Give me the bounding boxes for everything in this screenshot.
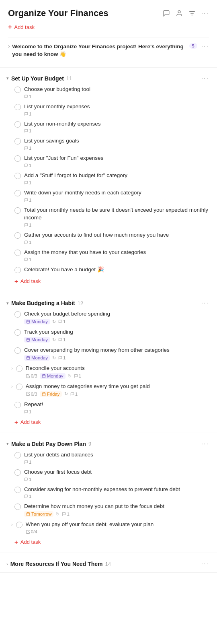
task-name: Gather your accounts to find out how muc… [24, 231, 209, 239]
section-more-icon[interactable]: ··· [201, 560, 209, 568]
task-meta: 1 [24, 146, 209, 151]
task-content: Gather your accounts to find out how muc… [24, 231, 209, 245]
task-content: List your non-monthly expenses 1 [24, 120, 209, 134]
task-item: Write down your monthly needs in each ca… [0, 187, 217, 204]
task-comment-count: 1 [24, 460, 31, 464]
task-comment-count: 1 [24, 94, 31, 99]
task-name: Assign money to categories every time yo… [26, 383, 209, 390]
section-header-make-debt-pay-down-plan[interactable]: ▾ Make a Debt Pay Down Plan 9 ··· [0, 437, 217, 449]
task-content: Total your monthly needs to be sure it d… [24, 206, 209, 227]
task-meta: 0/3 Friday↻ 1 [26, 391, 209, 397]
task-expand-arrow[interactable]: › [11, 522, 13, 527]
section-header-set-up-budget[interactable]: ▾ Set Up Your Budget 11 ··· [0, 72, 217, 84]
task-item: Total your monthly needs to be sure it d… [0, 204, 217, 229]
section-more-icon[interactable]: ··· [201, 75, 209, 82]
task-name: Celebrate! You have a budget 🎉 [24, 266, 209, 274]
task-meta: 1 [24, 494, 209, 499]
task-comment-count: 1 [24, 146, 31, 151]
task-content: Determine how much money you can put to … [24, 503, 209, 517]
task-checkbox[interactable] [14, 250, 21, 256]
task-checkbox[interactable] [14, 311, 21, 318]
task-checkbox[interactable] [16, 522, 23, 528]
task-checkbox[interactable] [14, 267, 21, 273]
task-checkbox[interactable] [14, 402, 21, 408]
task-content: Write down your monthly needs in each ca… [24, 189, 209, 202]
task-meta: 1 [24, 409, 209, 414]
task-name: Choose your first focus debt [24, 469, 209, 476]
task-checkbox[interactable] [14, 207, 21, 214]
task-name: Check your budget before spending [24, 310, 209, 318]
section-title: Make Budgeting a Habit [11, 300, 75, 306]
task-comment-count: 1 [58, 319, 66, 324]
task-checkbox[interactable] [14, 173, 21, 179]
task-item: Repeat! 1 [0, 399, 217, 416]
task-item: List your non-monthly expenses 1 [0, 118, 217, 136]
task-date: Monday [24, 337, 50, 343]
sort-icon[interactable] [188, 10, 196, 17]
section-more-icon[interactable]: ··· [201, 299, 209, 307]
task-expand-arrow[interactable]: › [11, 366, 13, 371]
task-content: List your "Just for Fun" expenses 1 [24, 155, 209, 168]
section-header-more-resources[interactable]: › More Resources If You Need Them 14 ··· [0, 557, 217, 569]
add-task-section-button[interactable]: +Add task [0, 416, 217, 429]
task-expand-arrow[interactable]: › [11, 384, 13, 389]
task-content: List your monthly expenses 1 [24, 103, 209, 116]
task-meta: 1 [24, 163, 209, 168]
welcome-toggle[interactable]: › [8, 43, 10, 49]
task-checkbox[interactable] [14, 232, 21, 239]
task-checkbox[interactable] [16, 365, 23, 372]
section-more-icon[interactable]: ··· [201, 440, 209, 448]
chevron-icon: › [6, 561, 8, 566]
section-count: 11 [66, 75, 72, 81]
recur-icon: ↻ [64, 391, 68, 396]
task-checkbox[interactable] [16, 384, 23, 390]
task-content: Assign the money that you have to your c… [24, 249, 209, 262]
task-checkbox[interactable] [14, 87, 21, 93]
task-checkbox[interactable] [14, 138, 21, 144]
task-checkbox[interactable] [14, 155, 21, 162]
task-item: Cover overspending by moving money from … [0, 345, 217, 363]
task-checkbox[interactable] [14, 487, 21, 493]
task-name: Repeat! [24, 401, 209, 409]
task-meta: 1 [24, 111, 209, 116]
task-content: Check your budget before spending Monday… [24, 310, 209, 324]
welcome-more-icon[interactable]: ··· [201, 43, 209, 50]
task-content: Track your spending Monday↻ 1 [24, 328, 209, 343]
svg-rect-12 [27, 357, 30, 360]
task-checkbox[interactable] [14, 329, 21, 336]
svg-point-0 [178, 10, 180, 13]
task-comment-count: 1 [70, 392, 78, 396]
section-make-debt-pay-down-plan: ▾ Make a Debt Pay Down Plan 9 ··· List y… [0, 437, 217, 553]
task-checkbox[interactable] [14, 469, 21, 476]
task-checkbox[interactable] [14, 190, 21, 196]
task-meta: 1 [24, 223, 209, 227]
task-checkbox[interactable] [14, 504, 21, 510]
svg-rect-24 [27, 513, 30, 516]
task-comment-count: 1 [58, 355, 66, 360]
section-more-resources: › More Resources If You Need Them 14 ··· [0, 557, 217, 573]
task-meta: Tomorrow↻ 1 [24, 511, 209, 517]
task-item: › When you pay off your focus debt, eval… [0, 519, 217, 536]
header-icons: ··· [163, 10, 209, 17]
person-icon[interactable] [176, 10, 183, 17]
comment-icon[interactable] [163, 10, 170, 17]
task-name: Add a "Stuff I forgot to budget for" cat… [24, 172, 209, 180]
add-task-section-button[interactable]: +Add task [0, 536, 217, 549]
task-checkbox[interactable] [14, 121, 21, 128]
more-icon[interactable]: ··· [201, 10, 209, 17]
section-header-left: ▾ Make a Debt Pay Down Plan 9 [6, 441, 91, 447]
section-header-make-budgeting-habit[interactable]: ▾ Make Budgeting a Habit 12 ··· [0, 296, 217, 308]
subtask-count: 0/4 [26, 529, 37, 534]
task-checkbox[interactable] [14, 104, 21, 110]
section-count: 14 [105, 561, 111, 567]
task-checkbox[interactable] [14, 452, 21, 458]
task-comment-count: 1 [24, 198, 31, 202]
add-task-section-button[interactable]: +Add task [0, 275, 217, 289]
add-task-top-button[interactable]: + Add task [0, 22, 217, 37]
task-comment-count: 1 [24, 409, 31, 414]
task-item: › Assign money to categories every time … [0, 381, 217, 399]
task-checkbox[interactable] [14, 347, 21, 354]
task-comment-count: 1 [24, 163, 31, 168]
task-date: Tomorrow [24, 511, 53, 517]
task-comment-count: 1 [24, 494, 31, 499]
